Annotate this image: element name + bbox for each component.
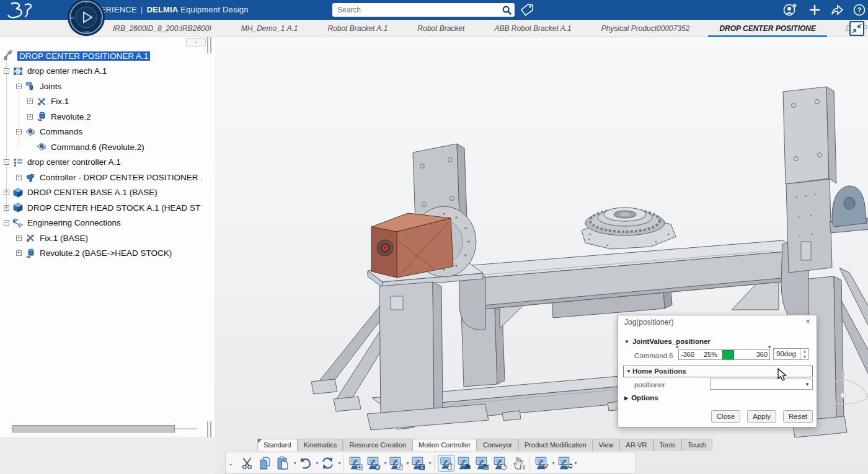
ribbon-tab-standard[interactable]: Standard [257, 439, 298, 451]
slider-thumb[interactable] [722, 350, 734, 359]
chevron-down-icon[interactable]: ▾ [338, 460, 340, 466]
tree-horizontal-scrollbar[interactable] [11, 425, 197, 432]
expander-icon[interactable]: + [4, 205, 9, 211]
manipulation-icon[interactable] [510, 455, 526, 472]
copy-icon[interactable] [257, 455, 273, 472]
panel-resize-handle[interactable] [207, 37, 211, 53]
tree-label[interactable]: DROP CENTER HEAD STOCK A.1 (HEAD ST [27, 203, 200, 213]
tree-row-revolute2[interactable]: + Revolute.2 [0, 109, 211, 125]
tree-row-controller-dcp[interactable]: + Controller - DROP CENTER POSITIONER . [0, 170, 211, 185]
chevron-down-icon[interactable]: ▾ [575, 460, 577, 466]
tree-row-head-stock[interactable]: + DROP CENTER HEAD STOCK A.1 (HEAD ST [0, 200, 211, 216]
tree-row-base[interactable]: + DROP CENTER BASE A.1 (BASE) [0, 185, 211, 201]
close-button[interactable]: Close [711, 410, 740, 423]
tree-label[interactable]: Controller - DROP CENTER POSITIONER . [40, 173, 203, 182]
ribbon-tab-view[interactable]: View [593, 439, 620, 451]
expander-icon[interactable]: + [4, 190, 9, 195]
tag-icon[interactable] [520, 2, 534, 17]
undo-icon[interactable] [297, 455, 314, 472]
expander-icon[interactable]: − [4, 68, 9, 74]
search-box[interactable] [332, 3, 515, 17]
help-icon[interactable]: ? [852, 2, 867, 17]
chevron-down-icon[interactable]: ▾ [316, 460, 318, 466]
mechanism-tools-icon[interactable] [556, 455, 573, 472]
doc-tab-robot-bracket[interactable]: Robot Bracket [402, 20, 479, 37]
ribbon-tab-touch[interactable]: Touch [681, 439, 712, 451]
tree-row-fix1[interactable]: + Fix.1 [0, 94, 211, 110]
expander-icon[interactable]: + [27, 114, 33, 120]
tree-label[interactable]: DROP CENTER BASE A.1 (BASE) [27, 188, 157, 197]
kinematic-path-icon[interactable] [533, 455, 550, 472]
expander-icon[interactable]: + [27, 99, 33, 104]
expander-icon[interactable]: − [4, 220, 9, 226]
restore-window-icon[interactable] [849, 21, 864, 36]
ribbon-tab-conveyor[interactable]: Conveyor [477, 439, 518, 451]
home-position-dropdown[interactable]: ▼ [710, 379, 813, 390]
tree-row-commands[interactable]: − Commands [0, 125, 211, 140]
3ds-logo[interactable] [6, 1, 33, 19]
share-icon[interactable] [830, 2, 844, 17]
tree-label[interactable]: drop center controller A.1 [27, 157, 121, 167]
chevron-down-icon[interactable]: ▾ [384, 460, 386, 466]
tree-label[interactable]: Revolute.2 (BASE->HEAD STOCK) [40, 248, 172, 258]
doc-tab-irb2600[interactable]: IRB_2600ID_8_200:IRB2600I [98, 20, 226, 37]
joint-values-section-header[interactable]: ▼JointValues_positioner [624, 338, 711, 345]
command-value-spinbox[interactable]: 90deg ▲ ▼ [773, 348, 809, 360]
paste-icon[interactable] [275, 455, 291, 472]
tree-row-command6[interactable]: Command.6 (Revolute.2) [0, 139, 211, 155]
home-positions-section-header[interactable]: ▼ Home Positions [623, 366, 813, 377]
command-slider[interactable]: -360 25% 360 [678, 349, 770, 360]
doc-tab-drop-center-positioner[interactable]: DROP CENTER POSITIONE [704, 20, 831, 37]
tree-row-revolute2-base[interactable]: + Revolute.2 (BASE->HEAD STOCK) [0, 246, 211, 261]
apply-button[interactable]: Apply [747, 410, 776, 423]
ribbon-tab-resource-creation[interactable]: Resource Creation [343, 439, 412, 451]
search-icon[interactable] [500, 4, 515, 15]
toolbar-overflow-icon[interactable]: ⌄ [228, 460, 233, 467]
reset-button[interactable]: Reset [783, 410, 813, 423]
tree-label[interactable]: Fix.1 [51, 97, 69, 106]
expander-icon[interactable]: − [16, 84, 22, 89]
chevron-down-icon[interactable]: ▾ [428, 460, 431, 466]
add-icon[interactable] [807, 2, 822, 17]
expander-icon[interactable]: + [16, 235, 22, 241]
doc-tab-robot-bracket-a1[interactable]: Robot Bracket A.1 [312, 20, 402, 37]
update-icon[interactable] [319, 455, 336, 472]
tree-row-eng-connections[interactable]: − Engineering Connections [0, 216, 211, 231]
expander-icon[interactable]: − [16, 129, 22, 134]
new-mechanism-icon[interactable] [347, 455, 364, 472]
expander-icon[interactable]: − [4, 159, 9, 165]
doc-tab-abb-robot-bracket[interactable]: ABB Robot Bracket A.1 [479, 20, 586, 37]
mechanism-library-icon[interactable] [410, 455, 427, 472]
tree-label[interactable]: drop center mech A.1 [27, 66, 107, 76]
tree-label[interactable]: Revolute.2 [51, 112, 91, 121]
scrollbar-thumb[interactable] [12, 425, 175, 432]
tree-label[interactable]: Command.6 (Revolute.2) [51, 143, 144, 152]
home-position-icon[interactable] [456, 455, 472, 472]
ribbon-tab-tools[interactable]: Tools [653, 439, 682, 451]
jog-icon[interactable] [438, 455, 454, 472]
profile-icon[interactable] [782, 2, 797, 17]
tree-label[interactable]: Engineering Connections [27, 218, 121, 227]
tree-collapse-button[interactable]: ‹ [186, 38, 206, 46]
ribbon-tab-kinematics[interactable]: Kinematics [298, 439, 343, 451]
spin-down-icon[interactable]: ▼ [801, 354, 808, 360]
spin-up-icon[interactable]: ▲ [801, 349, 808, 354]
expander-icon[interactable]: + [16, 250, 22, 256]
tree-row-joints[interactable]: − Joints [0, 79, 211, 94]
close-icon[interactable]: × [803, 317, 813, 327]
ribbon-tab-ar-vr[interactable]: AR-VR [619, 439, 653, 451]
doc-tab-mh-demo[interactable]: MH_Demo_1 A.1 [226, 20, 313, 37]
chevron-down-icon[interactable]: ▾ [293, 460, 296, 466]
tree-label[interactable]: Fix.1 (BASE) [40, 234, 88, 243]
tree-row-mech[interactable]: − drop center mech A.1 [0, 64, 211, 79]
travel-limits-icon[interactable] [474, 455, 490, 472]
cut-icon[interactable] [239, 455, 255, 472]
mechanism-representation-icon[interactable] [365, 455, 382, 472]
speed-limits-icon[interactable] [492, 455, 508, 472]
panel-resize-handle-bottom[interactable] [207, 421, 211, 437]
tree-row-root[interactable]: DROP CENTER POSITIONER A.1 [0, 48, 211, 64]
tree-label[interactable]: Commands [40, 127, 82, 136]
jog-mechanism-icon[interactable] [388, 455, 404, 472]
ribbon-tab-product-modification[interactable]: Product Modification [518, 439, 593, 451]
tree-label[interactable]: DROP CENTER POSITIONER A.1 [17, 51, 150, 61]
